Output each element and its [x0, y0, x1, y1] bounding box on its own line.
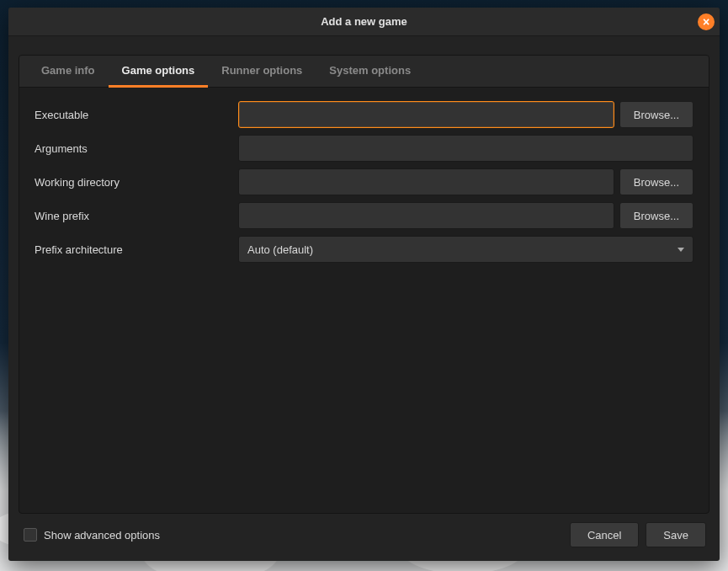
row-prefix-architecture: Prefix architecture Auto (default)	[35, 236, 693, 263]
tab-label: Runner options	[221, 64, 302, 77]
browse-label: Browse...	[634, 210, 679, 222]
tab-label: Game info	[41, 64, 95, 77]
browse-label: Browse...	[634, 109, 679, 121]
button-label: Cancel	[587, 529, 621, 542]
label-wine-prefix: Wine prefix	[35, 210, 238, 222]
close-icon: ×	[703, 16, 709, 28]
row-working-directory: Working directory Browse...	[35, 168, 693, 195]
dialog-body: Game info Game options Runner options Sy…	[8, 36, 720, 561]
browse-executable-button[interactable]: Browse...	[619, 101, 693, 128]
close-button[interactable]: ×	[698, 13, 715, 30]
tab-panel: Game info Game options Runner options Sy…	[19, 55, 709, 514]
tab-bar: Game info Game options Runner options Sy…	[19, 56, 709, 88]
row-executable: Executable Browse...	[35, 101, 693, 128]
row-wine-prefix: Wine prefix Browse...	[35, 202, 693, 229]
show-advanced-toggle[interactable]: Show advanced options	[22, 528, 563, 542]
label-executable: Executable	[35, 109, 238, 121]
tab-runner-options[interactable]: Runner options	[208, 56, 316, 88]
control-wrap: Auto (default)	[238, 236, 693, 263]
show-advanced-label: Show advanced options	[44, 529, 160, 542]
chevron-down-icon	[678, 248, 684, 252]
arguments-input[interactable]	[238, 135, 693, 162]
control-wrap	[238, 135, 693, 162]
control-wrap: Browse...	[238, 202, 693, 229]
wine-prefix-input[interactable]	[238, 202, 614, 229]
browse-label: Browse...	[634, 176, 679, 189]
prefix-architecture-select[interactable]: Auto (default)	[238, 236, 693, 263]
button-label: Save	[663, 529, 688, 542]
tab-game-options[interactable]: Game options	[109, 56, 209, 88]
form-area: Executable Browse... Arguments W	[19, 88, 709, 513]
checkbox-icon	[24, 528, 37, 542]
control-wrap: Browse...	[238, 168, 693, 195]
select-value: Auto (default)	[247, 243, 313, 256]
label-prefix-architecture: Prefix architecture	[35, 243, 238, 256]
row-arguments: Arguments	[35, 135, 693, 162]
browse-working-directory-button[interactable]: Browse...	[619, 168, 693, 195]
dialog-footer: Show advanced options Cancel Save	[19, 514, 709, 551]
dialog-title: Add a new game	[321, 15, 407, 28]
tab-system-options[interactable]: System options	[316, 56, 424, 88]
tab-game-info[interactable]: Game info	[28, 56, 109, 88]
tab-label: System options	[329, 64, 411, 77]
cancel-button[interactable]: Cancel	[570, 522, 639, 547]
working-directory-input[interactable]	[238, 168, 614, 195]
save-button[interactable]: Save	[646, 522, 706, 547]
dialog-titlebar: Add a new game ×	[8, 8, 720, 36]
add-game-dialog: Add a new game × Game info Game options …	[8, 8, 720, 561]
tab-label: Game options	[122, 64, 195, 77]
browse-wine-prefix-button[interactable]: Browse...	[619, 202, 693, 229]
label-working-directory: Working directory	[35, 176, 238, 189]
executable-input[interactable]	[238, 101, 614, 128]
control-wrap: Browse...	[238, 101, 693, 128]
label-arguments: Arguments	[35, 142, 238, 155]
